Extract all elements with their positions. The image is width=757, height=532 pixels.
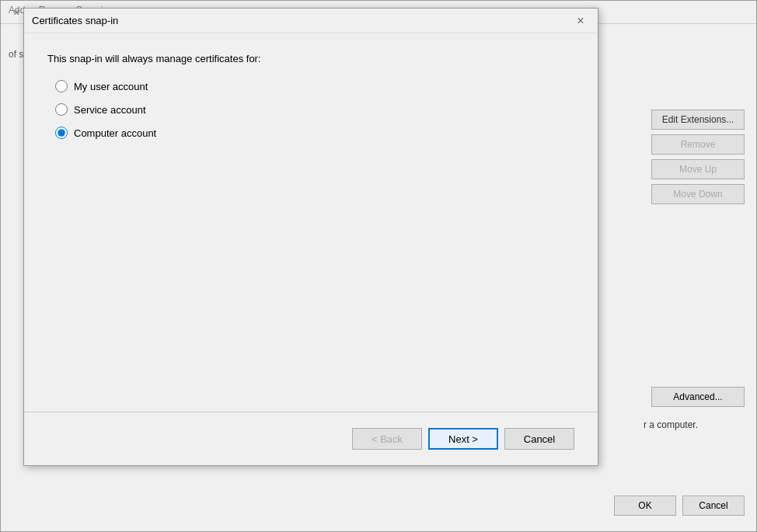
radio-computer-input[interactable] [55,127,68,139]
bg-ok-cancel-area: OK Cancel [614,495,745,516]
bg-cancel-button[interactable]: Cancel [682,495,745,516]
dialog-close-button[interactable]: × [571,12,590,30]
dialog-titlebar: Certificates snap-in × [24,9,598,33]
bg-ok-button[interactable]: OK [614,495,676,516]
bg-right-buttons: Edit Extensions... Remove Move Up Move D… [651,110,745,204]
radio-computer-label: Computer account [74,127,156,139]
dialog-footer: < Back Next > Cancel [47,425,574,450]
next-button[interactable]: Next > [428,428,498,450]
bg-bottom-text: r a computer. [644,419,745,430]
radio-service-input[interactable] [55,103,68,116]
radio-group: My user account Service account Computer… [55,80,574,139]
cancel-button[interactable]: Cancel [504,428,574,450]
certificates-snapin-dialog: Certificates snap-in × This snap-in will… [23,8,598,466]
radio-my-user-label: My user account [74,81,148,92]
advanced-button[interactable]: Advanced... [651,387,745,407]
radio-my-user-account[interactable]: My user account [55,80,574,92]
dialog-title: Certificates snap-in [32,15,118,26]
radio-my-user-input[interactable] [55,80,68,92]
dialog-spacer [47,139,574,412]
move-up-button[interactable]: Move Up [651,159,745,179]
back-button[interactable]: < Back [352,428,422,450]
edit-extensions-button[interactable]: Edit Extensions... [651,110,745,130]
dialog-separator [24,412,598,412]
dialog-description: This snap-in will always manage certific… [47,53,574,64]
move-down-button[interactable]: Move Down [651,184,745,204]
dialog-body: This snap-in will always manage certific… [24,33,598,465]
radio-service-account[interactable]: Service account [55,103,574,116]
radio-service-label: Service account [74,104,146,116]
remove-button[interactable]: Remove [651,134,745,155]
radio-computer-account[interactable]: Computer account [55,127,574,139]
